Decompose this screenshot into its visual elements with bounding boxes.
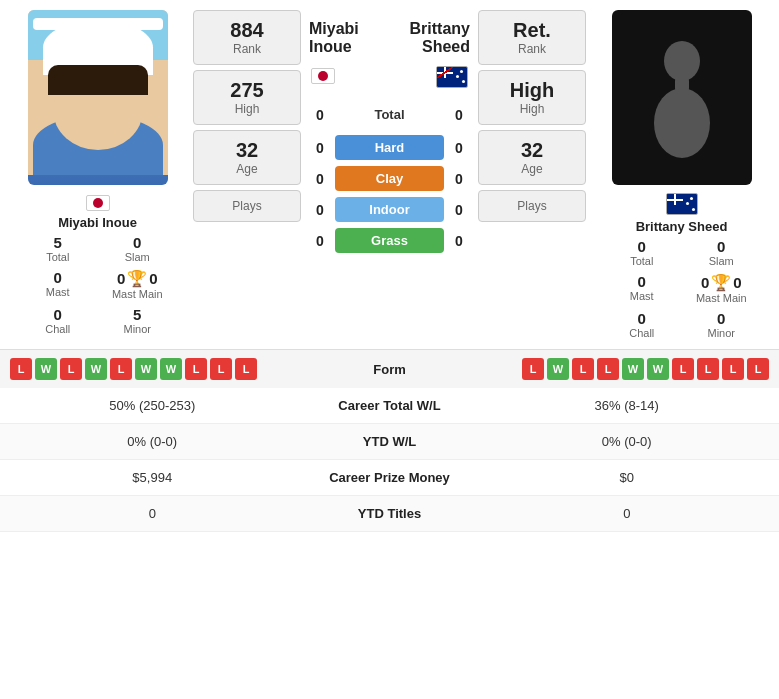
- stats-row-1: 0% (0-0)YTD W/L0% (0-0): [0, 424, 779, 460]
- main-container: Miyabi Inoue 5 Total 0 Slam 0 Mast: [0, 0, 779, 532]
- stats-center-3: YTD Titles: [290, 506, 490, 521]
- stats-right-2: $0: [490, 470, 765, 485]
- right-age-box: 32 Age: [478, 130, 586, 185]
- right-form-badge-w: W: [622, 358, 644, 380]
- stats-left-0: 50% (250-253): [15, 398, 290, 413]
- left-high-label: High: [198, 102, 296, 116]
- left-form-badge-l: L: [185, 358, 207, 380]
- stats-left-3: 0: [15, 506, 290, 521]
- left-player-name: Miyabi Inoue: [20, 215, 175, 230]
- right-main-value: 0: [701, 274, 709, 291]
- right-player-photo: [612, 10, 752, 185]
- right-total-label: Total: [604, 255, 680, 267]
- left-age-box: 32 Age: [193, 130, 301, 185]
- left-rank-value: 884: [198, 19, 296, 42]
- grass-score-left: 0: [309, 233, 331, 249]
- right-minor-value: 0: [684, 310, 760, 327]
- right-form-badge-l: L: [572, 358, 594, 380]
- right-minor-label: Minor: [684, 327, 760, 339]
- left-form-badges: LWLWLWWLLL: [10, 358, 344, 380]
- japan-flag-icon: [86, 195, 110, 211]
- clay-badge: Clay: [335, 166, 444, 191]
- total-score-left: 0: [309, 107, 331, 123]
- right-plays-box: Plays: [478, 190, 586, 222]
- right-form-badge-l: L: [722, 358, 744, 380]
- left-main-value2: 0: [149, 270, 157, 287]
- hard-score-left: 0: [309, 140, 331, 156]
- right-form-badge-l: L: [672, 358, 694, 380]
- left-player-photo: [28, 10, 168, 185]
- left-slam-label: Slam: [100, 251, 176, 263]
- left-slam-value: 0: [100, 234, 176, 251]
- stats-row-3: 0YTD Titles0: [0, 496, 779, 532]
- left-rank-box: 884 Rank: [193, 10, 301, 65]
- right-form-badge-w: W: [647, 358, 669, 380]
- left-plays-box: Plays: [193, 190, 301, 222]
- left-rank-label: Rank: [198, 42, 296, 56]
- right-main-stat: 0 🏆 0 Mast Main: [684, 273, 760, 304]
- left-player-stats: 5 Total 0 Slam 0 Mast 0 🏆: [20, 234, 175, 335]
- right-slam-label: Slam: [684, 255, 760, 267]
- australia-flag-right: [666, 193, 698, 215]
- right-player-info: Brittany Sheed 0 Total 0 Slam 0 Mast: [604, 189, 759, 339]
- right-rank-label: Rank: [483, 42, 581, 56]
- left-age-value: 32: [198, 139, 296, 162]
- left-form-badge-w: W: [135, 358, 157, 380]
- right-center-box: Ret. Rank High High 32 Age Plays: [478, 10, 586, 339]
- clay-score-right: 0: [448, 171, 470, 187]
- svg-rect-2: [675, 77, 689, 92]
- right-player-name: Brittany Sheed: [604, 219, 759, 234]
- left-player-name-top: Miyabi Inoue: [309, 20, 383, 56]
- right-main-value2: 0: [733, 274, 741, 291]
- right-plays-label: Plays: [483, 199, 581, 213]
- left-high-value: 275: [198, 79, 296, 102]
- left-player-info: Miyabi Inoue 5 Total 0 Slam 0 Mast: [20, 189, 175, 335]
- left-total-value: 5: [20, 234, 96, 251]
- right-age-value: 32: [483, 139, 581, 162]
- stats-row-2: $5,994Career Prize Money$0: [0, 460, 779, 496]
- right-trophy-icon: 🏆: [711, 273, 731, 292]
- right-player-block: Brittany Sheed 0 Total 0 Slam 0 Mast: [594, 10, 769, 339]
- right-player-stats: 0 Total 0 Slam 0 Mast 0 🏆: [604, 238, 759, 339]
- stats-center-1: YTD W/L: [290, 434, 490, 449]
- left-player-block: Miyabi Inoue 5 Total 0 Slam 0 Mast: [10, 10, 185, 339]
- left-form-badge-l: L: [10, 358, 32, 380]
- right-rank-box: Ret. Rank: [478, 10, 586, 65]
- scores-center: Miyabi Inoue Brittany Sheed: [309, 10, 470, 339]
- right-main-label: Mast Main: [684, 292, 760, 304]
- left-minor-value: 5: [100, 306, 176, 323]
- right-high-value: High: [483, 79, 581, 102]
- right-form-badge-l: L: [522, 358, 544, 380]
- indoor-score-row: 0 Indoor 0: [309, 197, 470, 222]
- left-main-label: Mast Main: [100, 288, 176, 300]
- grass-score-right: 0: [448, 233, 470, 249]
- stats-right-0: 36% (8-14): [490, 398, 765, 413]
- hard-score-row: 0 Hard 0: [309, 135, 470, 160]
- right-mast-label: Mast: [604, 290, 680, 302]
- left-total-stat: 5 Total: [20, 234, 96, 263]
- right-mast-value: 0: [604, 273, 680, 290]
- right-slam-value: 0: [684, 238, 760, 255]
- left-mast-label: Mast: [20, 286, 96, 298]
- right-high-box: High High: [478, 70, 586, 125]
- right-total-stat: 0 Total: [604, 238, 680, 267]
- right-chall-stat: 0 Chall: [604, 310, 680, 339]
- left-form-badge-w: W: [35, 358, 57, 380]
- hard-badge: Hard: [335, 135, 444, 160]
- left-main-stat: 0 🏆 0 Mast Main: [100, 269, 176, 300]
- right-minor-stat: 0 Minor: [684, 310, 760, 339]
- right-slam-stat: 0 Slam: [684, 238, 760, 267]
- svg-point-0: [664, 41, 700, 81]
- grass-score-row: 0 Grass 0: [309, 228, 470, 253]
- center-left-box: 884 Rank 275 High 32 Age Plays: [193, 10, 301, 339]
- right-chall-label: Chall: [604, 327, 680, 339]
- right-form-badge-w: W: [547, 358, 569, 380]
- japan-flag-center: [311, 68, 335, 84]
- left-total-label: Total: [20, 251, 96, 263]
- svg-point-1: [654, 88, 710, 158]
- right-age-label: Age: [483, 162, 581, 176]
- right-total-value: 0: [604, 238, 680, 255]
- stats-center-2: Career Prize Money: [290, 470, 490, 485]
- form-label: Form: [350, 362, 430, 377]
- left-minor-label: Minor: [100, 323, 176, 335]
